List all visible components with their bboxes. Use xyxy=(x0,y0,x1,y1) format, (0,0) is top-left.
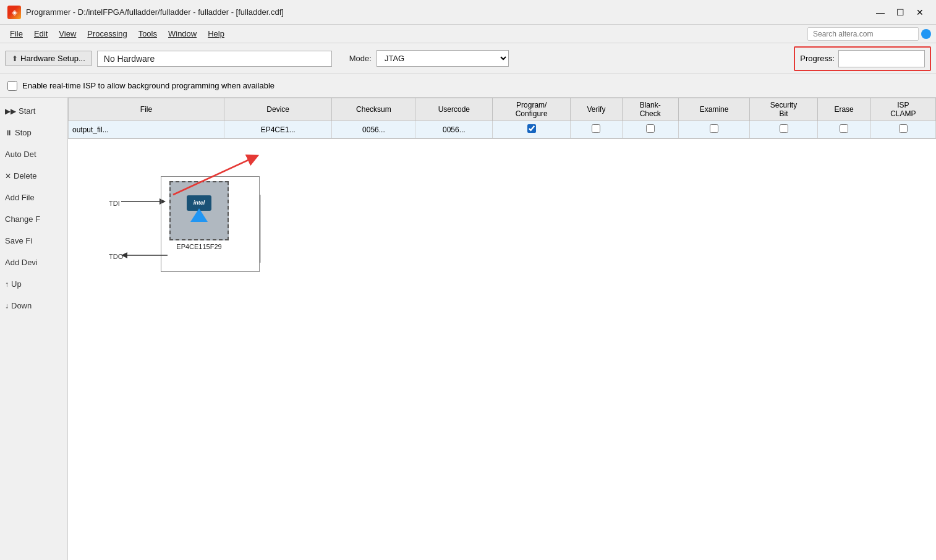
window-controls: — ☐ ✕ xyxy=(872,4,929,21)
col-examine: Examine xyxy=(678,98,750,121)
start-label: Start xyxy=(19,106,35,116)
device-diagram: TDI intel EP4CE115F29 TDO xyxy=(103,161,288,285)
auto-detect-button[interactable]: Auto Det xyxy=(0,143,67,165)
cell-device: EP4CE1... xyxy=(224,121,331,138)
up-label: Up xyxy=(11,279,22,289)
isp-row: Enable real-time ISP to allow background… xyxy=(0,74,936,98)
change-file-button[interactable]: Change F xyxy=(0,208,67,230)
add-file-label: Add File xyxy=(5,193,35,202)
cell-examine[interactable] xyxy=(678,121,750,138)
chip-play-icon xyxy=(190,208,208,222)
programmer-table-section: File Device Checksum Usercode Program/Co… xyxy=(68,98,936,139)
title-bar-left: Programmer - D:/intelFPGA/fulladder/full… xyxy=(7,6,284,19)
verify-checkbox[interactable] xyxy=(592,124,600,133)
menu-help[interactable]: Help xyxy=(203,27,229,40)
col-usercode: Usercode xyxy=(415,98,493,121)
isp-clamp-checkbox[interactable] xyxy=(899,124,908,133)
menu-window[interactable]: Window xyxy=(163,27,202,40)
search-input[interactable] xyxy=(807,27,919,41)
cell-blank[interactable] xyxy=(622,121,678,138)
title-bar: Programmer - D:/intelFPGA/fulladder/full… xyxy=(0,0,936,25)
window-title: Programmer - D:/intelFPGA/fulladder/full… xyxy=(26,7,284,17)
tdi-arrow-icon xyxy=(121,195,166,208)
isp-checkbox[interactable] xyxy=(7,81,17,91)
col-device: Device xyxy=(224,98,331,121)
main-area: ▶▶ Start ⏸ Stop Auto Det ✕ Delete Add Fi… xyxy=(0,98,936,560)
maximize-button[interactable]: ☐ xyxy=(891,4,909,21)
minimize-button[interactable]: — xyxy=(872,4,889,21)
col-erase: Erase xyxy=(817,98,870,121)
mode-label: Mode: xyxy=(349,54,372,63)
col-isp: ISPCLAMP xyxy=(870,98,935,121)
hardware-name-display: No Hardware xyxy=(97,51,332,67)
content-area: File Device Checksum Usercode Program/Co… xyxy=(68,98,936,560)
tdi-label: TDI xyxy=(109,200,120,207)
delete-button[interactable]: ✕ Delete xyxy=(0,165,67,187)
security-checkbox[interactable] xyxy=(780,124,788,133)
col-program: Program/Configure xyxy=(493,98,571,121)
hardware-setup-label: Hardware Setup... xyxy=(20,54,85,63)
start-icon: ▶▶ xyxy=(5,107,16,116)
menu-bar: File Edit View Processing Tools Window H… xyxy=(0,25,936,43)
chip-name-label: EP4CE115F29 xyxy=(169,243,229,250)
cell-verify[interactable] xyxy=(571,121,622,138)
examine-checkbox[interactable] xyxy=(710,124,718,133)
cell-erase[interactable] xyxy=(817,121,870,138)
up-button[interactable]: ↑ Up xyxy=(0,273,67,295)
change-file-label: Change F xyxy=(5,214,40,224)
cell-isp[interactable] xyxy=(870,121,935,138)
sidebar: ▶▶ Start ⏸ Stop Auto Det ✕ Delete Add Fi… xyxy=(0,98,68,560)
down-button[interactable]: ↓ Down xyxy=(0,295,67,316)
add-file-button[interactable]: Add File xyxy=(0,187,67,208)
menu-tools[interactable]: Tools xyxy=(134,27,162,40)
col-verify: Verify xyxy=(571,98,622,121)
cell-security[interactable] xyxy=(750,121,817,138)
add-device-button[interactable]: Add Devi xyxy=(0,252,67,273)
erase-checkbox[interactable] xyxy=(840,124,848,133)
search-globe-icon xyxy=(921,29,931,39)
stop-icon: ⏸ xyxy=(5,129,12,137)
menu-edit[interactable]: Edit xyxy=(29,27,53,40)
table-row: output_fil... EP4CE1... 0056... 0056... xyxy=(69,121,936,138)
col-file: File xyxy=(69,98,224,121)
progress-label: Progress: xyxy=(800,54,835,63)
svg-marker-3 xyxy=(121,252,127,258)
cell-checksum: 0056... xyxy=(332,121,415,138)
right-connector-icon xyxy=(257,195,263,263)
save-file-label: Save Fi xyxy=(5,236,32,245)
start-button[interactable]: ▶▶ Start xyxy=(0,100,67,122)
save-file-button[interactable]: Save Fi xyxy=(0,230,67,252)
delete-icon: ✕ xyxy=(5,172,11,180)
diagram-section: TDI intel EP4CE115F29 TDO xyxy=(68,139,936,560)
stop-button[interactable]: ⏸ Stop xyxy=(0,122,67,143)
tdo-arrow-icon xyxy=(121,249,168,261)
close-button[interactable]: ✕ xyxy=(911,4,929,21)
add-device-label: Add Devi xyxy=(5,258,38,267)
menu-items: File Edit View Processing Tools Window H… xyxy=(5,27,229,40)
delete-label: Delete xyxy=(14,171,37,180)
stop-label: Stop xyxy=(15,128,32,137)
down-label: Down xyxy=(11,301,32,310)
col-blank: Blank-Check xyxy=(622,98,678,121)
progress-input[interactable] xyxy=(838,50,925,67)
cell-usercode: 0056... xyxy=(415,121,493,138)
auto-detect-label: Auto Det xyxy=(5,150,36,159)
up-icon: ↑ xyxy=(5,280,9,289)
cell-program[interactable] xyxy=(493,121,571,138)
menu-view[interactable]: View xyxy=(54,27,81,40)
col-checksum: Checksum xyxy=(332,98,415,121)
hardware-setup-button[interactable]: Hardware Setup... xyxy=(5,51,92,66)
toolbar: Hardware Setup... No Hardware Mode: JTAG… xyxy=(0,43,936,74)
menu-file[interactable]: File xyxy=(5,27,28,40)
mode-select[interactable]: JTAG Active Serial Programming Passive S… xyxy=(377,50,509,67)
search-area xyxy=(807,27,931,41)
chip-diagram: intel xyxy=(169,181,229,240)
blank-checkbox[interactable] xyxy=(646,124,655,133)
program-checkbox[interactable] xyxy=(527,124,536,133)
menu-processing[interactable]: Processing xyxy=(82,27,132,40)
programmer-table: File Device Checksum Usercode Program/Co… xyxy=(68,98,936,138)
col-security: SecurityBit xyxy=(750,98,817,121)
app-logo-icon xyxy=(7,6,21,19)
cell-file: output_fil... xyxy=(69,121,224,138)
isp-label: Enable real-time ISP to allow background… xyxy=(22,81,274,90)
